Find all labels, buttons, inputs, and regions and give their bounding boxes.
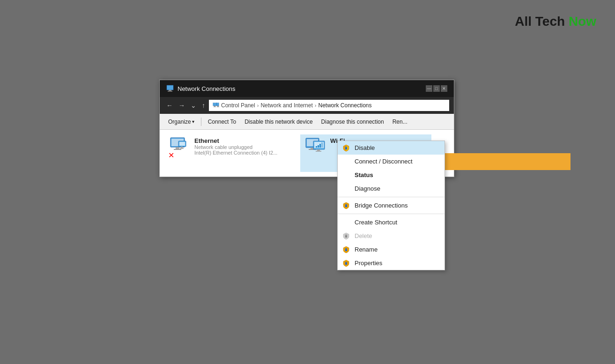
watermark-part1: All Tech xyxy=(515,14,569,29)
title-bar: Network Connections — □ ✕ xyxy=(160,80,454,97)
ethernet-adapter: Intel(R) Ethernet Connection (4) I2... xyxy=(194,150,277,156)
svg-rect-29 xyxy=(345,147,347,148)
connect-to-button[interactable]: Connect To xyxy=(204,117,240,126)
svg-rect-12 xyxy=(174,149,181,150)
svg-rect-26 xyxy=(318,145,319,148)
ctx-disable[interactable]: Disable xyxy=(338,141,445,155)
svg-rect-30 xyxy=(345,148,347,149)
rename-button[interactable]: Ren... xyxy=(389,117,411,126)
address-path[interactable]: Control Panel › Network and Internet › N… xyxy=(209,100,449,111)
wifi-icon-container xyxy=(304,137,326,160)
svg-rect-24 xyxy=(316,151,321,152)
ctx-delete-shield-icon xyxy=(342,232,350,240)
path-part2: Network and Internet xyxy=(260,102,312,109)
svg-rect-32 xyxy=(345,205,347,207)
ethernet-icon: ✕ xyxy=(168,137,191,160)
ctx-disable-shield-icon xyxy=(342,144,350,152)
path-part1: Control Panel xyxy=(221,102,255,109)
title-bar-text: Network Connections xyxy=(178,85,236,92)
ctx-delete: Delete xyxy=(338,229,445,243)
ctx-rename[interactable]: Rename xyxy=(338,243,445,256)
svg-rect-7 xyxy=(217,106,219,107)
ethernet-name: Ethernet xyxy=(194,137,277,144)
path-sep2: › xyxy=(315,103,317,108)
svg-rect-16 xyxy=(180,148,184,149)
svg-rect-34 xyxy=(345,236,347,238)
ctx-bridge[interactable]: Bridge Connections xyxy=(338,199,445,212)
toolbar: Organize ▾ Connect To Disable this netwo… xyxy=(160,114,454,130)
title-controls: — □ ✕ xyxy=(426,85,447,92)
toolbar-separator-1 xyxy=(201,118,201,126)
svg-rect-2 xyxy=(168,91,172,92)
ctx-properties-shield-icon xyxy=(342,260,350,267)
svg-rect-35 xyxy=(345,248,347,249)
svg-rect-11 xyxy=(176,147,179,149)
address-bar: ← → ⌄ ↑ Control Panel › Network and Inte… xyxy=(160,97,454,114)
wifi-computer-icon xyxy=(304,137,326,160)
up-button[interactable]: ↑ xyxy=(200,101,207,110)
watermark-part2: Now xyxy=(569,14,596,29)
svg-rect-3 xyxy=(213,103,217,106)
svg-rect-28 xyxy=(321,142,323,148)
path-icon xyxy=(213,102,219,109)
ethernet-status: Network cable unplugged xyxy=(194,144,277,150)
ctx-status[interactable]: Status xyxy=(338,168,445,182)
ctx-rename-shield-icon xyxy=(342,246,350,253)
back-button[interactable]: ← xyxy=(164,101,175,110)
ethernet-info: Ethernet Network cable unplugged Intel(R… xyxy=(194,137,277,156)
disable-network-button[interactable]: Disable this network device xyxy=(241,117,316,126)
svg-rect-1 xyxy=(169,90,171,91)
svg-rect-6 xyxy=(214,107,216,107)
svg-rect-36 xyxy=(345,249,347,251)
svg-rect-5 xyxy=(214,106,216,107)
ctx-separator-1 xyxy=(338,197,445,197)
maximize-button[interactable]: □ xyxy=(433,85,440,92)
svg-rect-33 xyxy=(345,235,347,236)
svg-rect-38 xyxy=(345,263,347,265)
svg-rect-23 xyxy=(317,149,320,151)
svg-rect-31 xyxy=(345,204,347,205)
watermark: All Tech Now xyxy=(515,14,596,29)
close-button[interactable]: ✕ xyxy=(441,85,447,92)
minimize-button[interactable]: — xyxy=(426,85,432,92)
dropdown-button[interactable]: ⌄ xyxy=(189,101,198,110)
svg-rect-8 xyxy=(217,107,219,107)
svg-rect-0 xyxy=(167,85,173,90)
ctx-separator-2 xyxy=(338,214,445,214)
ethernet-item[interactable]: ✕ Ethernet Network cable unplugged Intel… xyxy=(164,134,296,172)
ctx-connect-disconnect[interactable]: Connect / Disconnect xyxy=(338,155,445,168)
svg-rect-4 xyxy=(217,103,219,106)
svg-rect-25 xyxy=(316,146,317,148)
ctx-diagnose[interactable]: Diagnose xyxy=(338,182,445,195)
forward-button[interactable]: → xyxy=(177,101,187,110)
ethernet-error-icon: ✕ xyxy=(168,151,174,160)
svg-rect-37 xyxy=(345,262,347,263)
ctx-properties[interactable]: Properties xyxy=(338,256,445,270)
context-menu: Disable Connect / Disconnect Status Diag… xyxy=(337,141,445,270)
svg-rect-27 xyxy=(319,144,321,148)
organize-dropdown-icon: ▾ xyxy=(192,119,194,124)
diagnose-button[interactable]: Diagnose this connection xyxy=(318,117,388,126)
svg-rect-14 xyxy=(179,142,185,146)
organize-button[interactable]: Organize ▾ xyxy=(164,117,198,126)
title-bar-icon xyxy=(166,85,174,92)
path-part3: Network Connections xyxy=(318,102,371,109)
ctx-shortcut[interactable]: Create Shortcut xyxy=(338,215,445,229)
ctx-bridge-shield-icon xyxy=(342,202,350,209)
svg-rect-15 xyxy=(181,147,183,148)
path-sep1: › xyxy=(257,103,259,108)
